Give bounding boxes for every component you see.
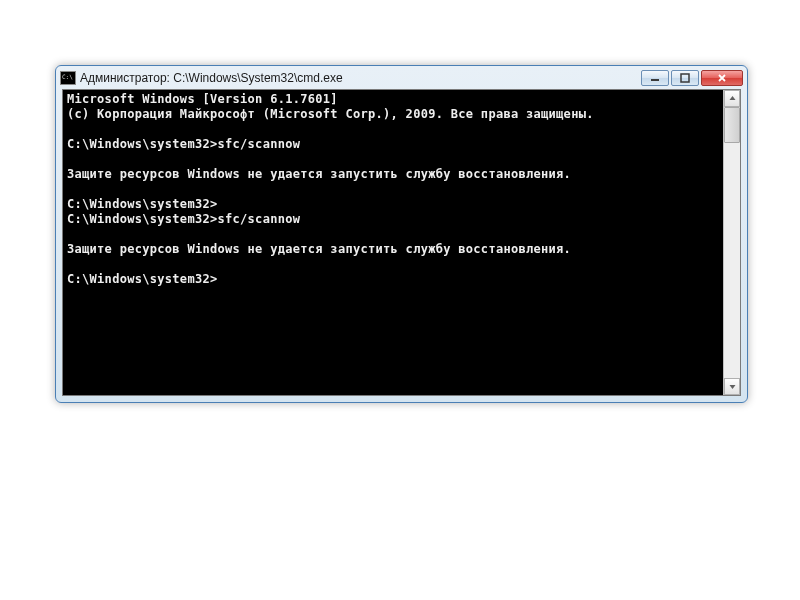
maximize-button[interactable] bbox=[671, 70, 699, 86]
close-icon bbox=[717, 73, 727, 83]
svg-rect-0 bbox=[651, 79, 659, 81]
cmd-window: Администратор: C:\Windows\System32\cmd.e… bbox=[55, 65, 748, 403]
scroll-thumb[interactable] bbox=[724, 107, 740, 143]
scroll-up-button[interactable] bbox=[724, 90, 740, 107]
close-button[interactable] bbox=[701, 70, 743, 86]
scroll-down-button[interactable] bbox=[724, 378, 740, 395]
scroll-track[interactable] bbox=[724, 107, 740, 378]
maximize-icon bbox=[680, 73, 690, 83]
titlebar[interactable]: Администратор: C:\Windows\System32\cmd.e… bbox=[56, 66, 747, 89]
window-controls bbox=[641, 70, 743, 86]
minimize-icon bbox=[650, 73, 660, 83]
window-title: Администратор: C:\Windows\System32\cmd.e… bbox=[80, 71, 641, 85]
chevron-down-icon bbox=[729, 383, 736, 390]
cmd-icon bbox=[60, 71, 76, 85]
svg-rect-1 bbox=[681, 74, 689, 82]
chevron-up-icon bbox=[729, 95, 736, 102]
vertical-scrollbar[interactable] bbox=[723, 90, 740, 395]
console-body: Microsoft Windows [Version 6.1.7601] (c)… bbox=[62, 89, 741, 396]
console-output[interactable]: Microsoft Windows [Version 6.1.7601] (c)… bbox=[63, 90, 723, 395]
minimize-button[interactable] bbox=[641, 70, 669, 86]
